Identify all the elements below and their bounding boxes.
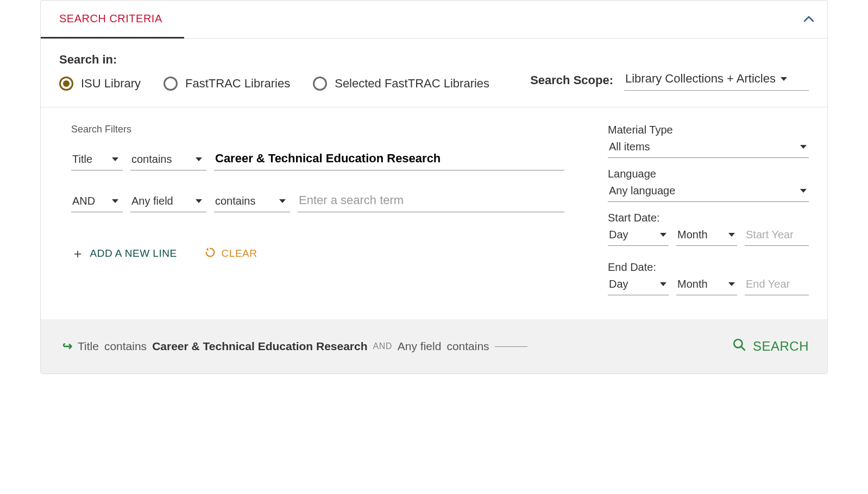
add-line-button[interactable]: ＋ ADD A NEW LINE (71, 245, 177, 262)
blank-value-underline (495, 346, 527, 347)
radio-label: FastTRAC Libraries (185, 77, 290, 91)
arrow-right-icon: ↪ (62, 339, 72, 353)
radio-unselected-icon (313, 77, 327, 91)
chevron-down-icon (279, 199, 286, 203)
end-year-input[interactable] (745, 277, 809, 295)
scope-value: Library Collections + Articles (625, 72, 776, 86)
clear-button[interactable]: CLEAR (204, 245, 257, 262)
search-scope-row: Search Scope: Library Collections + Arti… (530, 69, 809, 91)
chevron-down-icon (196, 199, 202, 203)
chevron-down-icon (112, 157, 118, 161)
search-term-input[interactable] (298, 192, 564, 212)
collapse-icon[interactable] (803, 14, 814, 25)
start-month-select[interactable]: Month (676, 227, 737, 246)
search-in-radio-group: ISU Library FastTRAC Libraries Selected … (59, 77, 489, 91)
filters-section: Search Filters Title contains AND Any fi… (41, 107, 827, 319)
start-day-select[interactable]: Day (608, 227, 669, 246)
radio-fasttrac-libraries[interactable]: FastTRAC Libraries (163, 77, 290, 91)
filters-left: Search Filters Title contains AND Any fi… (71, 124, 564, 295)
start-year-input[interactable] (745, 227, 809, 246)
scope-select[interactable]: Library Collections + Articles (624, 69, 809, 91)
radio-selected-icon (59, 77, 73, 91)
filter-row-1: Title contains (71, 150, 564, 170)
radio-label: Selected FastTRAC Libraries (335, 77, 489, 91)
search-button[interactable]: SEARCH (732, 338, 809, 355)
field-select[interactable]: Title (71, 152, 123, 170)
advanced-search-panel: SEARCH CRITERIA Search in: ISU Library F… (40, 0, 828, 374)
end-month-select[interactable]: Month (676, 277, 737, 295)
search-icon (732, 338, 746, 355)
filters-title: Search Filters (71, 124, 564, 135)
match-select[interactable]: contains (214, 194, 290, 212)
end-day-select[interactable]: Day (608, 277, 669, 295)
radio-label: ISU Library (81, 77, 141, 91)
chevron-down-icon (660, 282, 666, 286)
chevron-down-icon (660, 233, 666, 237)
search-term-input[interactable] (214, 150, 564, 170)
match-select[interactable]: contains (130, 152, 206, 170)
undo-icon (204, 246, 216, 261)
plus-icon: ＋ (71, 245, 85, 262)
scope-label: Search Scope: (530, 73, 613, 87)
tab-search-criteria[interactable]: SEARCH CRITERIA (41, 1, 184, 39)
svg-line-1 (741, 346, 745, 350)
chevron-down-icon (728, 282, 735, 286)
language-select[interactable]: Any language (608, 183, 809, 202)
search-in-section: Search in: ISU Library FastTRAC Librarie… (41, 39, 827, 107)
start-date-label: Start Date: (608, 212, 809, 224)
chevron-down-icon (781, 77, 787, 81)
language-label: Language (608, 168, 809, 180)
filter-actions: ＋ ADD A NEW LINE CLEAR (71, 245, 564, 262)
end-date-label: End Date: (608, 261, 809, 274)
query-summary: ↪ Title contains Career & Technical Educ… (62, 339, 527, 353)
radio-unselected-icon (163, 77, 178, 91)
end-date-row: Day Month (608, 277, 809, 295)
filters-right: Material Type All items Language Any lan… (608, 124, 809, 295)
chevron-down-icon (800, 145, 807, 149)
radio-selected-fasttrac[interactable]: Selected FastTRAC Libraries (313, 77, 489, 91)
filter-row-2: AND Any field contains (71, 192, 564, 212)
query-summary-bar: ↪ Title contains Career & Technical Educ… (41, 319, 827, 373)
radio-isu-library[interactable]: ISU Library (59, 77, 141, 91)
search-in-label: Search in: (59, 53, 489, 67)
field-select[interactable]: Any field (130, 194, 206, 212)
material-type-select[interactable]: All items (608, 140, 809, 158)
bool-select[interactable]: AND (71, 194, 123, 212)
chevron-down-icon (800, 189, 807, 193)
chevron-down-icon (196, 157, 202, 161)
chevron-down-icon (112, 199, 118, 203)
chevron-down-icon (728, 233, 735, 237)
material-type-label: Material Type (608, 124, 809, 136)
start-date-row: Day Month (608, 227, 809, 246)
tab-header: SEARCH CRITERIA (41, 1, 827, 39)
